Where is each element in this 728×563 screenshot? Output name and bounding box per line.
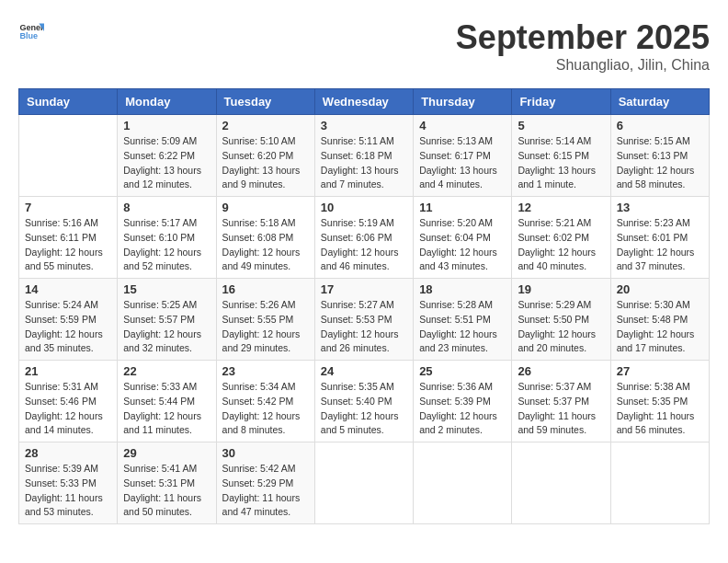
day-number: 17: [321, 282, 407, 296]
calendar-cell: 13Sunrise: 5:23 AM Sunset: 6:01 PM Dayli…: [610, 197, 709, 279]
logo-icon: General Blue: [18, 18, 44, 44]
day-number: 10: [321, 201, 407, 214]
calendar-cell: 29Sunrise: 5:41 AM Sunset: 5:31 PM Dayli…: [118, 442, 216, 524]
calendar-cell: 19Sunrise: 5:29 AM Sunset: 5:50 PM Dayli…: [512, 279, 610, 361]
calendar-cell: [19, 115, 118, 197]
calendar-cell: 1Sunrise: 5:09 AM Sunset: 6:22 PM Daylig…: [118, 115, 216, 197]
day-number: 2: [222, 119, 309, 132]
month-title: September 2025: [456, 18, 710, 57]
calendar-cell: 17Sunrise: 5:27 AM Sunset: 5:53 PM Dayli…: [314, 279, 413, 361]
day-number: 15: [123, 282, 210, 296]
day-info: Sunrise: 5:25 AM Sunset: 5:57 PM Dayligh…: [123, 298, 210, 356]
calendar-cell: 4Sunrise: 5:13 AM Sunset: 6:17 PM Daylig…: [414, 115, 512, 197]
day-info: Sunrise: 5:23 AM Sunset: 6:01 PM Dayligh…: [617, 216, 703, 274]
calendar-cell: 3Sunrise: 5:11 AM Sunset: 6:18 PM Daylig…: [314, 115, 413, 197]
header: General Blue September 2025 Shuangliao, …: [18, 18, 710, 74]
column-header-friday: Friday: [512, 89, 610, 115]
day-number: 19: [518, 282, 604, 296]
day-number: 12: [518, 201, 604, 214]
calendar-week-3: 14Sunrise: 5:24 AM Sunset: 5:59 PM Dayli…: [19, 279, 710, 361]
logo: General Blue: [18, 18, 44, 44]
day-number: 14: [25, 282, 111, 296]
day-number: 8: [123, 201, 210, 214]
column-header-sunday: Sunday: [19, 89, 118, 115]
day-number: 27: [617, 364, 703, 378]
day-info: Sunrise: 5:16 AM Sunset: 6:11 PM Dayligh…: [25, 216, 111, 274]
day-info: Sunrise: 5:11 AM Sunset: 6:18 PM Dayligh…: [321, 134, 407, 192]
location-title: Shuangliao, Jilin, China: [456, 57, 710, 74]
calendar-cell: 9Sunrise: 5:18 AM Sunset: 6:08 PM Daylig…: [216, 197, 314, 279]
day-number: 30: [222, 446, 309, 460]
column-header-monday: Monday: [118, 89, 216, 115]
day-info: Sunrise: 5:28 AM Sunset: 5:51 PM Dayligh…: [419, 298, 506, 356]
calendar-cell: [314, 442, 413, 524]
day-info: Sunrise: 5:18 AM Sunset: 6:08 PM Dayligh…: [222, 216, 309, 274]
calendar-header-row: SundayMondayTuesdayWednesdayThursdayFrid…: [19, 89, 710, 115]
calendar-week-2: 7Sunrise: 5:16 AM Sunset: 6:11 PM Daylig…: [19, 197, 710, 279]
day-number: 7: [25, 201, 111, 214]
calendar-cell: 11Sunrise: 5:20 AM Sunset: 6:04 PM Dayli…: [414, 197, 512, 279]
calendar-table: SundayMondayTuesdayWednesdayThursdayFrid…: [18, 88, 710, 524]
calendar-cell: 21Sunrise: 5:31 AM Sunset: 5:46 PM Dayli…: [19, 361, 118, 442]
day-number: 18: [419, 282, 506, 296]
day-number: 20: [617, 282, 703, 296]
day-info: Sunrise: 5:21 AM Sunset: 6:02 PM Dayligh…: [518, 216, 604, 274]
day-info: Sunrise: 5:29 AM Sunset: 5:50 PM Dayligh…: [518, 298, 604, 356]
calendar-cell: 10Sunrise: 5:19 AM Sunset: 6:06 PM Dayli…: [314, 197, 413, 279]
calendar-cell: 22Sunrise: 5:33 AM Sunset: 5:44 PM Dayli…: [118, 361, 216, 442]
day-info: Sunrise: 5:37 AM Sunset: 5:37 PM Dayligh…: [518, 380, 604, 438]
day-info: Sunrise: 5:27 AM Sunset: 5:53 PM Dayligh…: [321, 298, 407, 356]
day-number: 3: [321, 119, 407, 132]
day-number: 25: [419, 364, 506, 378]
calendar-cell: 27Sunrise: 5:38 AM Sunset: 5:35 PM Dayli…: [610, 361, 709, 442]
day-info: Sunrise: 5:20 AM Sunset: 6:04 PM Dayligh…: [419, 216, 506, 274]
calendar-cell: 28Sunrise: 5:39 AM Sunset: 5:33 PM Dayli…: [19, 442, 118, 524]
calendar-cell: 18Sunrise: 5:28 AM Sunset: 5:51 PM Dayli…: [414, 279, 512, 361]
day-number: 16: [222, 282, 309, 296]
day-info: Sunrise: 5:42 AM Sunset: 5:29 PM Dayligh…: [222, 462, 309, 520]
day-info: Sunrise: 5:10 AM Sunset: 6:20 PM Dayligh…: [222, 134, 309, 192]
calendar-week-1: 1Sunrise: 5:09 AM Sunset: 6:22 PM Daylig…: [19, 115, 710, 197]
day-info: Sunrise: 5:31 AM Sunset: 5:46 PM Dayligh…: [25, 380, 111, 438]
calendar-cell: 15Sunrise: 5:25 AM Sunset: 5:57 PM Dayli…: [118, 279, 216, 361]
calendar-week-5: 28Sunrise: 5:39 AM Sunset: 5:33 PM Dayli…: [19, 442, 710, 524]
day-number: 6: [617, 119, 703, 132]
calendar-cell: 20Sunrise: 5:30 AM Sunset: 5:48 PM Dayli…: [610, 279, 709, 361]
column-header-tuesday: Tuesday: [216, 89, 314, 115]
day-info: Sunrise: 5:38 AM Sunset: 5:35 PM Dayligh…: [617, 380, 703, 438]
day-number: 9: [222, 201, 309, 214]
day-number: 26: [518, 364, 604, 378]
day-info: Sunrise: 5:34 AM Sunset: 5:42 PM Dayligh…: [222, 380, 309, 438]
calendar-cell: 14Sunrise: 5:24 AM Sunset: 5:59 PM Dayli…: [19, 279, 118, 361]
column-header-saturday: Saturday: [610, 89, 709, 115]
calendar-week-4: 21Sunrise: 5:31 AM Sunset: 5:46 PM Dayli…: [19, 361, 710, 442]
title-area: September 2025 Shuangliao, Jilin, China: [456, 18, 710, 74]
day-info: Sunrise: 5:41 AM Sunset: 5:31 PM Dayligh…: [123, 462, 210, 520]
day-number: 11: [419, 201, 506, 214]
day-number: 4: [419, 119, 506, 132]
calendar-cell: 23Sunrise: 5:34 AM Sunset: 5:42 PM Dayli…: [216, 361, 314, 442]
calendar-cell: 8Sunrise: 5:17 AM Sunset: 6:10 PM Daylig…: [118, 197, 216, 279]
day-number: 5: [518, 119, 604, 132]
day-info: Sunrise: 5:30 AM Sunset: 5:48 PM Dayligh…: [617, 298, 703, 356]
calendar-cell: 12Sunrise: 5:21 AM Sunset: 6:02 PM Dayli…: [512, 197, 610, 279]
calendar-cell: 6Sunrise: 5:15 AM Sunset: 6:13 PM Daylig…: [610, 115, 709, 197]
day-number: 28: [25, 446, 111, 460]
day-number: 29: [123, 446, 210, 460]
day-info: Sunrise: 5:09 AM Sunset: 6:22 PM Dayligh…: [123, 134, 210, 192]
calendar-cell: 16Sunrise: 5:26 AM Sunset: 5:55 PM Dayli…: [216, 279, 314, 361]
calendar-cell: 30Sunrise: 5:42 AM Sunset: 5:29 PM Dayli…: [216, 442, 314, 524]
day-info: Sunrise: 5:15 AM Sunset: 6:13 PM Dayligh…: [617, 134, 703, 192]
day-info: Sunrise: 5:33 AM Sunset: 5:44 PM Dayligh…: [123, 380, 210, 438]
column-header-wednesday: Wednesday: [314, 89, 413, 115]
calendar-cell: 7Sunrise: 5:16 AM Sunset: 6:11 PM Daylig…: [19, 197, 118, 279]
calendar-cell: [512, 442, 610, 524]
calendar-cell: 5Sunrise: 5:14 AM Sunset: 6:15 PM Daylig…: [512, 115, 610, 197]
calendar-cell: 25Sunrise: 5:36 AM Sunset: 5:39 PM Dayli…: [414, 361, 512, 442]
day-number: 1: [123, 119, 210, 132]
calendar-cell: 24Sunrise: 5:35 AM Sunset: 5:40 PM Dayli…: [314, 361, 413, 442]
calendar-cell: 26Sunrise: 5:37 AM Sunset: 5:37 PM Dayli…: [512, 361, 610, 442]
day-info: Sunrise: 5:19 AM Sunset: 6:06 PM Dayligh…: [321, 216, 407, 274]
day-info: Sunrise: 5:26 AM Sunset: 5:55 PM Dayligh…: [222, 298, 309, 356]
day-info: Sunrise: 5:36 AM Sunset: 5:39 PM Dayligh…: [419, 380, 506, 438]
